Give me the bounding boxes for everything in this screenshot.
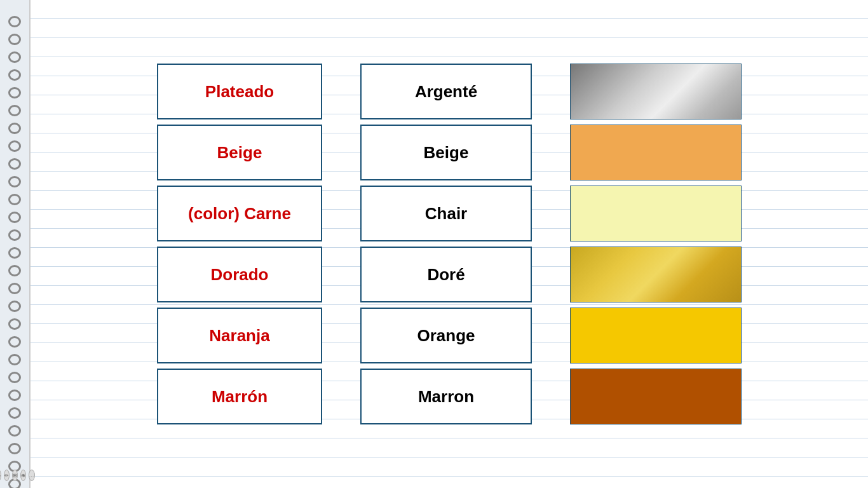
spiral-ring bbox=[8, 336, 21, 348]
play-icon[interactable]: ▷ bbox=[0, 470, 1, 481]
spiral-ring bbox=[8, 372, 21, 383]
more-icon[interactable]: … bbox=[29, 470, 35, 481]
french-label-4: Orange bbox=[360, 308, 532, 363]
spiral-ring bbox=[8, 140, 21, 152]
spiral-ring bbox=[8, 16, 21, 27]
spiral-ring bbox=[8, 407, 21, 419]
color-swatch-2 bbox=[570, 186, 742, 241]
color-swatch-1 bbox=[570, 125, 742, 180]
french-label-1: Beige bbox=[360, 125, 532, 180]
copy-icon[interactable]: ⊞ bbox=[12, 470, 18, 481]
spiral-ring bbox=[8, 301, 21, 312]
spiral-ring bbox=[8, 354, 21, 365]
spiral-ring bbox=[8, 194, 21, 205]
spiral-ring bbox=[8, 123, 21, 134]
spiral-ring bbox=[8, 51, 21, 63]
spanish-label-5: Marrón bbox=[157, 369, 322, 424]
spanish-label-2: (color) Carne bbox=[157, 186, 322, 241]
spiral-ring bbox=[8, 443, 21, 454]
french-label-5: Marron bbox=[360, 369, 532, 424]
spiral-ring bbox=[8, 318, 21, 330]
notebook-page: PlateadoArgentéBeigeBeige(color) CarneCh… bbox=[31, 0, 868, 488]
spanish-label-0: Plateado bbox=[157, 64, 322, 119]
color-table: PlateadoArgentéBeigeBeige(color) CarneCh… bbox=[157, 64, 742, 424]
spiral-ring bbox=[8, 283, 21, 294]
spiral-ring bbox=[8, 212, 21, 223]
spiral-ring bbox=[8, 105, 21, 116]
color-swatch-0 bbox=[570, 64, 742, 119]
spanish-label-4: Naranja bbox=[157, 308, 322, 363]
spiral-ring bbox=[8, 34, 21, 45]
bottom-toolbar: ▷✏⊞⊕… bbox=[0, 463, 31, 488]
spiral-ring bbox=[8, 176, 21, 187]
edit-icon[interactable]: ✏ bbox=[4, 470, 10, 481]
french-label-2: Chair bbox=[360, 186, 532, 241]
spiral-ring bbox=[8, 229, 21, 241]
color-swatch-3 bbox=[570, 247, 742, 302]
spiral-ring bbox=[8, 87, 21, 98]
french-label-0: Argenté bbox=[360, 64, 532, 119]
search-icon[interactable]: ⊕ bbox=[20, 470, 26, 481]
spanish-label-3: Dorado bbox=[157, 247, 322, 302]
french-label-3: Doré bbox=[360, 247, 532, 302]
spiral-ring bbox=[8, 265, 21, 276]
notebook-binding: ▷✏⊞⊕… bbox=[0, 0, 31, 488]
color-swatch-5 bbox=[570, 369, 742, 424]
spiral-ring bbox=[8, 425, 21, 437]
spanish-label-1: Beige bbox=[157, 125, 322, 180]
spiral-ring bbox=[8, 247, 21, 259]
spiral-ring bbox=[8, 158, 21, 170]
spiral-ring bbox=[8, 390, 21, 401]
spiral-ring bbox=[8, 69, 21, 81]
color-swatch-4 bbox=[570, 308, 742, 363]
